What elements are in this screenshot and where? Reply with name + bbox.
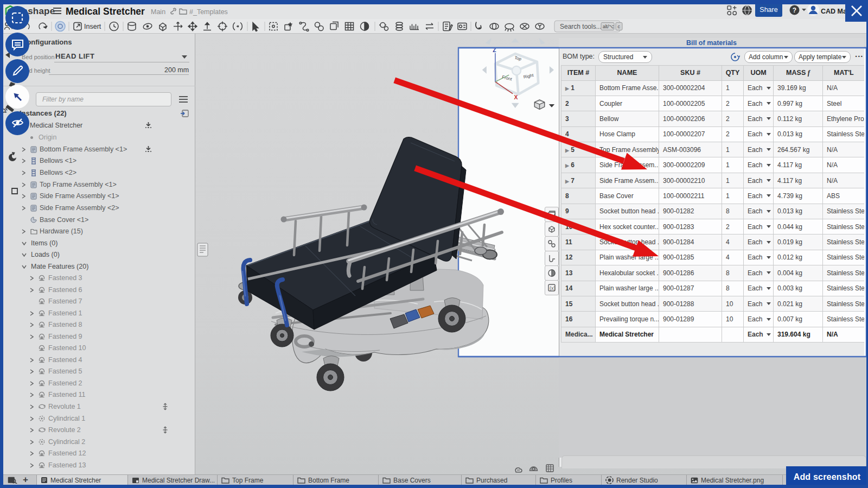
svg-text:?: ? [793, 7, 796, 14]
svg-text:c: c [618, 24, 621, 29]
svg-text:(x): (x) [550, 286, 556, 291]
svg-text:alt/⌥: alt/⌥ [603, 24, 614, 29]
svg-text:Insert: Insert [84, 23, 101, 30]
svg-text:X: X [514, 94, 518, 100]
svg-text:Z: Z [493, 47, 496, 53]
svg-text:Search tools...: Search tools... [560, 23, 602, 30]
